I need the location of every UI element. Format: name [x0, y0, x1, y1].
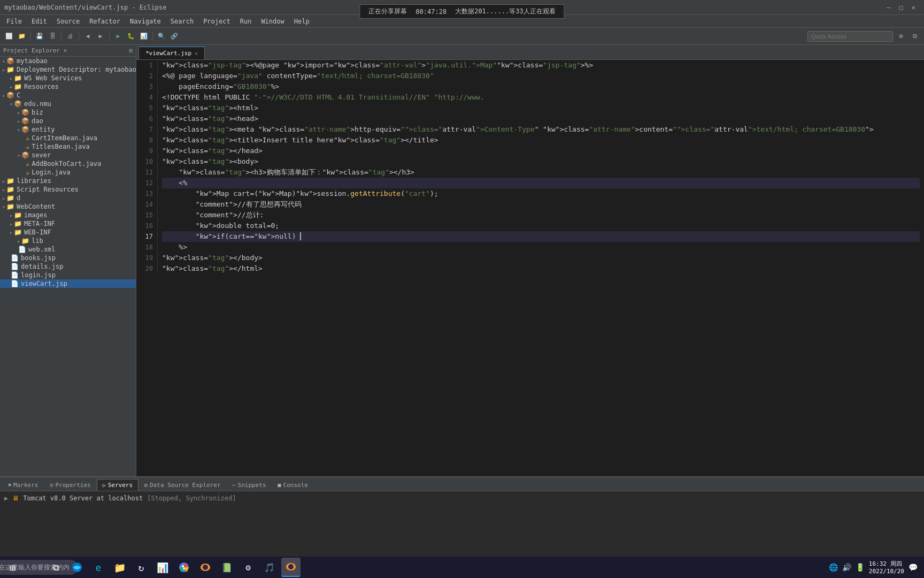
menu-source[interactable]: Source — [52, 17, 84, 26]
bottom-tab-snippets[interactable]: ✂Snippets — [227, 479, 272, 491]
taskbar-settings-icon[interactable]: ⚙ — [238, 558, 258, 577]
toolbar-print[interactable]: 🖨 — [64, 31, 76, 42]
line-num-8: 8 — [143, 135, 153, 146]
taskbar-ppt-icon[interactable]: 📊 — [153, 558, 172, 577]
taskbar-excel-icon[interactable]: 📗 — [217, 558, 236, 577]
sidebar-item-loginjava[interactable]: ☕ Login.java — [0, 168, 136, 177]
toolbar-save[interactable]: 💾 — [34, 31, 45, 42]
code-line-1: "kw">class="jsp-tag"><%@page "kw">import… — [162, 60, 920, 71]
sidebar-item-scriptresources[interactable]: ▸ 📁 Script Resources — [0, 185, 136, 194]
taskbar-search-icon[interactable] — [25, 558, 44, 577]
toolbar-debug[interactable]: 🐛 — [125, 31, 137, 42]
tab-close-viewcart[interactable]: ✕ — [195, 50, 198, 56]
sidebar-item-dao[interactable]: ▸ 📦 dao — [0, 117, 136, 125]
sidebar-item-viewcartjsp[interactable]: 📄 viewCart.jsp — [0, 279, 136, 288]
taskbar-files-icon[interactable]: 📁 — [110, 558, 129, 577]
bottom-tab-markers[interactable]: ⚑Markers — [2, 479, 44, 491]
menu-file[interactable]: File — [2, 17, 26, 26]
sidebar-item-booksjsp[interactable]: 📄 books.jsp — [0, 254, 136, 262]
sidebar-item-libraries[interactable]: ▸ 📁 libraries — [0, 177, 136, 185]
quick-access-input[interactable] — [807, 31, 893, 42]
toolbar-refs[interactable]: 🔗 — [168, 31, 180, 42]
taskbar-date: 2022/10/20 — [869, 568, 904, 575]
menu-project[interactable]: Project — [199, 17, 235, 26]
sidebar-item-lib[interactable]: ▸ 📁 lib — [0, 237, 136, 245]
code-line-20: "kw">class="tag"></html> — [162, 263, 920, 274]
sidebar-item-d[interactable]: ▸ 📁 d — [0, 194, 136, 202]
sidebar-minimize[interactable]: ⊟ — [129, 47, 133, 54]
sidebar-item-deploymentdescriptormytaobao[interactable]: ▸ 📁 Deployment Descriptor: mytaobao — [0, 65, 136, 74]
taskbar-right: 🌐 🔊 🔋 16:32 周四 2022/10/20 💬 — [829, 560, 922, 575]
editor-tab-viewcart[interactable]: *viewCart.jsp ✕ — [138, 47, 205, 59]
taskbar-notification-icon[interactable]: 💬 — [908, 563, 918, 572]
sidebar-item-c[interactable]: ▸ 📦 C — [0, 91, 136, 100]
toolbar-open[interactable]: 📁 — [16, 31, 28, 42]
sidebar-item-entity[interactable]: ▾ 📦 entity — [0, 125, 136, 134]
sidebar-item-webinf[interactable]: ▸ 📁 WEB-INF — [0, 228, 136, 237]
maximize-btn[interactable]: □ — [899, 4, 903, 11]
bottom-tab-data-source-explorer[interactable]: ⊞Data Source Explorer — [138, 479, 226, 491]
sidebar-item-webcontent[interactable]: ▾ 📁 WebContent — [0, 202, 136, 211]
bottom-tab-console[interactable]: ■Console — [272, 479, 314, 491]
toolbar-prev[interactable]: ◀ — [82, 31, 94, 42]
bottom-content: ▶ 🖥 Tomcat v8.0 Server at localhost [Sto… — [0, 491, 924, 562]
menu-run[interactable]: Run — [236, 17, 256, 26]
quick-access-container: ⊞ ⧉ — [807, 31, 921, 42]
taskbar-search-input[interactable] — [0, 560, 77, 575]
bottom-tab-label: Properties — [55, 482, 90, 489]
line-num-2: 2 — [143, 71, 153, 81]
sidebar-item-addbooktocartjava[interactable]: ☕ AddBookToCart.java — [0, 159, 136, 168]
sidebar-item-images[interactable]: ▸ 📁 images — [0, 211, 136, 219]
bottom-tab-label: Data Source Explorer — [150, 482, 220, 489]
sidebar-item-sever[interactable]: ▾ 📦 sever — [0, 151, 136, 159]
sidebar-item-loginjsp[interactable]: 📄 login.jsp — [0, 271, 136, 279]
broadcast-bar: 正在分享屏幕 00:47:28 大数据201......等33人正在观看 — [359, 4, 564, 19]
toolbar-next[interactable]: ▶ — [95, 31, 106, 42]
menu-help[interactable]: Help — [290, 17, 314, 26]
server-row: ▶ 🖥 Tomcat v8.0 Server at localhost [Sto… — [4, 493, 920, 503]
toolbar-search[interactable]: 🔍 — [156, 31, 167, 42]
toolbar-sep5 — [152, 32, 153, 41]
sidebar-item-biz[interactable]: ▸ 📦 biz — [0, 108, 136, 117]
sidebar-item-cartitembeanjava[interactable]: ☕ CartItemBean.java — [0, 134, 136, 142]
sidebar-item-webxml[interactable]: 📄 web.xml — [0, 245, 136, 254]
taskbar-app9-icon[interactable]: 🎵 — [260, 558, 279, 577]
menu-navigate[interactable]: Navigate — [126, 17, 165, 26]
line-num-18: 18 — [143, 242, 153, 253]
taskbar-task-view[interactable]: ⧉ — [46, 558, 65, 577]
taskbar-ie-icon[interactable]: e — [89, 558, 108, 577]
toolbar-perspective[interactable]: ⊞ — [895, 31, 907, 42]
server-expand-arrow[interactable]: ▶ — [4, 495, 8, 502]
code-line-19: "kw">class="tag"></body> — [162, 253, 920, 263]
sidebar-item-titlesbeanjava[interactable]: ☕ TitlesBean.java — [0, 142, 136, 151]
sidebar-item-mytaobao[interactable]: ▾ 📦 mytaobao — [0, 57, 136, 65]
sidebar-item-metainf[interactable]: ▸ 📁 META-INF — [0, 219, 136, 228]
close-btn[interactable]: ✕ — [912, 4, 915, 11]
toolbar-profile[interactable]: 📊 — [138, 31, 150, 42]
minimize-btn[interactable]: — — [887, 4, 890, 11]
toolbar-run[interactable]: ▶ — [112, 31, 124, 42]
sidebar-item-resources[interactable]: ▸ 📁 Resources — [0, 82, 136, 91]
sidebar-item-detailsjsp[interactable]: 📄 details.jsp — [0, 262, 136, 271]
menu-edit[interactable]: Edit — [27, 17, 51, 26]
menu-window[interactable]: Window — [257, 17, 288, 26]
taskbar-edge-icon[interactable] — [67, 558, 87, 577]
toolbar-save-all[interactable]: 🗄 — [47, 31, 58, 42]
sidebar-item-edunmu[interactable]: ▾ 📦 edu.nmu — [0, 100, 136, 108]
taskbar-sync-icon[interactable]: ↻ — [132, 558, 151, 577]
tab-bar: *viewCart.jsp ✕ — [136, 45, 924, 60]
menu-refactor[interactable]: Refactor — [85, 17, 125, 26]
bottom-tab-servers[interactable]: ▷Servers — [97, 479, 138, 491]
line-num-4: 4 — [143, 92, 153, 103]
sidebar-item-wswebservices[interactable]: ▸ 📁 WS Web Services — [0, 74, 136, 82]
server-icon: 🖥 — [12, 495, 19, 502]
toolbar-view[interactable]: ⧉ — [909, 31, 921, 42]
taskbar-active-app[interactable] — [281, 558, 301, 577]
menu-search[interactable]: Search — [166, 17, 198, 26]
taskbar-chrome-icon[interactable] — [174, 558, 194, 577]
bottom-tab-properties[interactable]: ⊟Properties — [44, 479, 96, 491]
code-line-10: "kw">class="tag"><body> — [162, 156, 920, 167]
code-editor[interactable]: 1234567891011121314151617181920 "kw">cla… — [136, 60, 924, 476]
taskbar-eclipse-icon[interactable] — [196, 558, 215, 577]
toolbar-new[interactable]: ⬜ — [3, 31, 15, 42]
